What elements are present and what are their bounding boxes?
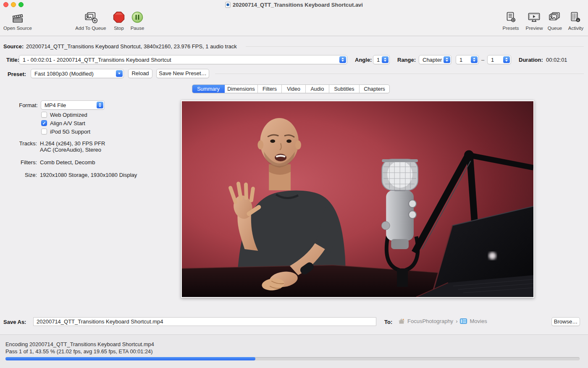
add-to-queue-label: Add To Queue — [75, 26, 106, 31]
handbrake-window: 20200714_QTT_Transitions Keyboard Shortc… — [0, 0, 588, 368]
ipod-checkbox-row[interactable]: iPod 5G Support — [41, 128, 90, 135]
preset-select-value: Fast 1080p30 (Modified) — [34, 71, 94, 77]
stop-label: Stop — [112, 26, 126, 31]
range-to-select[interactable]: 1 — [487, 55, 511, 64]
angle-label: Angle: — [355, 57, 372, 63]
status-bar: Encoding 20200714_QTT_Transitions Keyboa… — [0, 334, 588, 368]
browse-button[interactable]: Browse… — [551, 317, 580, 326]
filters-value: Comb Detect, Decomb — [40, 159, 95, 166]
preview-label: Preview — [526, 26, 543, 31]
web-optimized-checkbox-row[interactable]: Web Optimized — [41, 111, 87, 118]
size-value: 1920x1080 Storage, 1930x1080 Display — [40, 172, 137, 178]
breadcrumb[interactable]: FocusPhotography › Movies — [398, 318, 487, 324]
breadcrumb-separator: › — [456, 318, 457, 324]
range-to-value: 1 — [491, 57, 494, 63]
queue-icon — [547, 11, 562, 25]
stepper-icon — [97, 102, 103, 108]
queue-button[interactable]: Queue — [547, 10, 562, 31]
stop-icon — [112, 11, 126, 25]
title-select[interactable]: 1 - 00:02:01 - 20200714_QTT_Transitions … — [19, 55, 347, 64]
home-icon — [398, 318, 405, 324]
save-as-label: Save As: — [3, 319, 26, 325]
source-divider — [246, 46, 584, 47]
preset-divider — [215, 74, 584, 74]
tab-audio[interactable]: Audio — [306, 85, 329, 93]
range-from-select[interactable]: 1 — [456, 55, 479, 64]
preset-select[interactable]: Fast 1080p30 (Modified) — [31, 69, 124, 78]
web-optimized-label: Web Optimized — [50, 112, 87, 118]
save-new-preset-button[interactable]: Save New Preset… — [156, 69, 209, 78]
presets-icon — [504, 11, 518, 25]
activity-button[interactable]: Activity — [568, 10, 583, 31]
status-line2: Pass 1 of 1, 43.55 % (21.02 fps, avg 19.… — [5, 348, 154, 355]
window-title: 20200714_QTT_Transitions Keyboard Shortc… — [0, 2, 588, 8]
clapperboard-icon — [10, 11, 25, 25]
activity-icon — [569, 11, 583, 25]
pause-label: Pause — [130, 26, 144, 31]
align-av-label: Align A/V Start — [50, 120, 85, 126]
tab-filters[interactable]: Filters — [258, 85, 282, 93]
title-label: Title: — [6, 57, 19, 63]
movies-folder-icon — [460, 318, 467, 324]
format-select-value: MP4 File — [45, 102, 66, 108]
range-from-value: 1 — [459, 57, 462, 63]
format-select[interactable]: MP4 File — [41, 100, 105, 110]
breadcrumb-home[interactable]: FocusPhotography — [407, 318, 453, 324]
align-av-checkbox-row[interactable]: Align A/V Start — [41, 120, 85, 126]
duration-label: Duration: — [519, 57, 543, 63]
add-to-queue-icon — [83, 11, 99, 25]
checkbox-2[interactable] — [41, 129, 47, 134]
add-to-queue-button[interactable]: Add To Queue — [75, 10, 106, 31]
range-type-value: Chapters — [423, 57, 442, 63]
preview-icon — [527, 11, 542, 25]
source-value: 20200714_QTT_Transitions Keyboard Shortc… — [26, 43, 237, 50]
tab-chapters[interactable]: Chapters — [360, 85, 389, 93]
progress-bar — [5, 357, 580, 360]
tracks-label: Tracks: — [8, 140, 37, 147]
range-dash: – — [481, 57, 484, 63]
stepper-icon — [382, 56, 388, 63]
checkbox-0[interactable] — [41, 112, 47, 118]
angle-select[interactable]: 1 — [373, 55, 390, 64]
save-as-input[interactable] — [33, 317, 376, 326]
breadcrumb-folder[interactable]: Movies — [470, 318, 487, 324]
preset-label: Preset: — [8, 71, 26, 77]
title-select-value: 1 - 00:02:01 - 20200714_QTT_Transitions … — [23, 57, 171, 63]
stepper-icon — [444, 56, 450, 63]
duration-value: 00:02:01 — [546, 57, 567, 63]
preview-frame — [181, 100, 534, 298]
tracks-audio-value: AAC (CoreAudio), Stereo — [40, 147, 101, 153]
format-label: Format: — [8, 102, 38, 108]
toolbar: 20200714_QTT_Transitions Keyboard Shortc… — [0, 0, 588, 36]
chevron-down-icon — [116, 70, 123, 77]
range-label: Range: — [397, 57, 416, 63]
tab-video[interactable]: Video — [282, 85, 306, 93]
progress-fill — [5, 357, 255, 360]
tab-subtitles[interactable]: Subtitles — [329, 85, 360, 93]
preview-image — [182, 101, 533, 297]
tab-dimensions[interactable]: Dimensions — [225, 85, 258, 93]
open-source-button[interactable]: Open Source — [3, 10, 32, 31]
status-line1: Encoding 20200714_QTT_Transitions Keyboa… — [5, 341, 154, 348]
reload-button[interactable]: Reload — [128, 69, 152, 78]
preview-button[interactable]: Preview — [526, 10, 543, 31]
to-label: To: — [384, 319, 392, 325]
presets-button[interactable]: Presets — [503, 10, 519, 31]
pause-button[interactable]: Pause — [130, 10, 144, 31]
stop-button[interactable]: Stop — [112, 10, 126, 31]
tab-bar: Summary Dimensions Filters Video Audio S… — [192, 84, 390, 93]
range-type-select[interactable]: Chapters — [419, 55, 452, 64]
source-label: Source: — [3, 43, 24, 50]
filters-label: Filters: — [8, 159, 37, 166]
stepper-icon — [339, 56, 346, 63]
tab-summary[interactable]: Summary — [192, 85, 225, 93]
queue-label: Queue — [547, 26, 562, 31]
window-title-text: 20200714_QTT_Transitions Keyboard Shortc… — [233, 2, 363, 8]
pause-icon — [130, 11, 144, 25]
status-text: Encoding 20200714_QTT_Transitions Keyboa… — [5, 341, 154, 355]
presets-label: Presets — [503, 26, 519, 31]
checkbox-1[interactable] — [41, 120, 47, 126]
document-icon — [225, 2, 231, 8]
stepper-icon — [503, 56, 510, 63]
ipod-label: iPod 5G Support — [50, 129, 90, 135]
